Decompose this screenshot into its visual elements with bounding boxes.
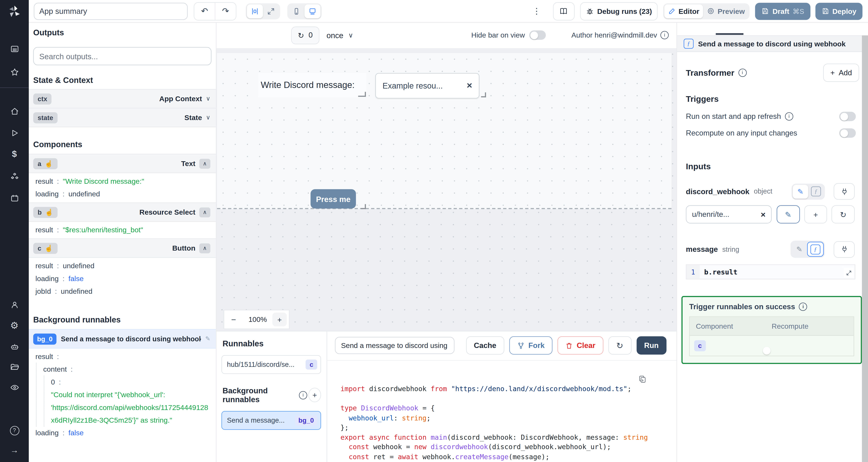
run-on-start-toggle[interactable]: [839, 112, 856, 121]
bg0-row[interactable]: bg_0 Send a message to discord using web…: [29, 329, 216, 349]
chevron-down-icon[interactable]: ∨: [206, 114, 210, 121]
undo-button[interactable]: ↶: [194, 2, 215, 20]
info-icon[interactable]: i: [299, 391, 307, 399]
deploy-button[interactable]: Deploy: [815, 2, 862, 20]
fork-button[interactable]: Fork: [509, 336, 552, 355]
info-icon[interactable]: i: [799, 303, 807, 311]
text-component[interactable]: Write Discord message:: [258, 73, 367, 97]
favorites-star-icon[interactable]: [0, 67, 29, 77]
runnable-item[interactable]: hub/1511/discord/se... c: [221, 355, 321, 374]
refresh-count-button[interactable]: ↻ 0: [291, 26, 319, 44]
fullscreen-layout-button[interactable]: [263, 4, 279, 18]
home-icon[interactable]: [0, 107, 29, 116]
runnables-title: Runnables: [223, 339, 320, 348]
prop-value: false: [68, 273, 84, 284]
message-expression-input[interactable]: 1 b.result: [686, 264, 855, 279]
code-editor[interactable]: import discordwebhook from "https://deno…: [327, 360, 676, 462]
add-resource-button[interactable]: +: [804, 205, 827, 224]
workers-robot-icon[interactable]: [0, 342, 29, 352]
resize-handle[interactable]: [481, 92, 486, 97]
desktop-view-button[interactable]: [304, 4, 320, 18]
info-icon[interactable]: i: [660, 31, 669, 39]
right-panel-scrollbar[interactable]: [862, 35, 868, 462]
trigger-runnables-success-box: Trigger runnables on success i Component…: [682, 296, 862, 364]
background-runnables-header: Background runnables i +: [223, 386, 321, 404]
app-summary-input[interactable]: [34, 2, 188, 20]
ctx-label: App Context: [159, 95, 202, 103]
eval-mode-function-button[interactable]: ƒ: [807, 242, 824, 257]
add-transformer-button[interactable]: + Add: [823, 64, 859, 82]
input-message-type: string: [722, 245, 739, 253]
static-mode-pencil-button[interactable]: ✎: [793, 185, 808, 198]
frequency-select[interactable]: once ∨: [327, 31, 353, 39]
cache-button[interactable]: Cache: [466, 336, 504, 355]
connect-plug-button[interactable]: [834, 241, 855, 258]
connect-plug-button[interactable]: [834, 183, 855, 200]
resources-cubes-icon[interactable]: [0, 172, 29, 182]
component-row-b[interactable]: b☝ Resource Select ∧: [29, 202, 216, 222]
hide-bar-toggle[interactable]: [529, 31, 546, 40]
clear-x-icon[interactable]: ×: [467, 80, 479, 91]
bg0-props: result: content: 0: "Could not interpret…: [29, 349, 216, 442]
zoom-control: − 100% +: [224, 310, 289, 329]
app-page-area[interactable]: Write Discord message: Example resou... …: [217, 53, 672, 209]
refresh-resource-button[interactable]: ↻: [832, 205, 855, 224]
audit-eye-icon[interactable]: [0, 383, 29, 392]
draft-button[interactable]: Draft ⌘S: [755, 2, 810, 20]
windmill-logo-icon[interactable]: [7, 4, 22, 19]
ctx-row[interactable]: ctx App Context ∨: [29, 89, 216, 108]
resize-handle[interactable]: [361, 204, 366, 209]
apps-grid-icon[interactable]: [0, 44, 29, 54]
bounded-layout-button[interactable]: [247, 4, 263, 18]
press-me-button-component[interactable]: Press me: [311, 189, 356, 208]
search-placeholder: Search outputs...: [39, 52, 98, 61]
static-mode-pencil-button[interactable]: ✎: [792, 242, 807, 256]
inputs-title: Inputs: [686, 161, 859, 171]
selected-background-runnable[interactable]: Send a message... bg_0: [221, 411, 321, 430]
chevron-up-icon[interactable]: ∧: [199, 158, 210, 168]
pencil-icon[interactable]: ✎: [205, 335, 210, 342]
copy-code-icon[interactable]: [638, 375, 647, 383]
chevron-up-icon[interactable]: ∧: [199, 243, 210, 253]
resource-select-component[interactable]: Example resou... ×: [375, 73, 479, 99]
chevron-up-icon[interactable]: ∧: [199, 207, 210, 217]
info-icon[interactable]: i: [738, 69, 746, 77]
canvas-body[interactable]: Write Discord message: Example resou... …: [216, 48, 676, 331]
resource-picker[interactable]: u/henri/te... ×: [686, 205, 772, 224]
debug-runs-button[interactable]: Debug runs (23): [580, 2, 658, 20]
tab-editor[interactable]: Editor: [664, 4, 703, 18]
info-icon[interactable]: i: [785, 112, 793, 121]
recompute-any-input-toggle[interactable]: [839, 128, 856, 138]
reload-script-button[interactable]: ↻: [608, 336, 631, 355]
expand-editor-icon[interactable]: [844, 268, 854, 278]
clear-button[interactable]: Clear: [557, 336, 603, 355]
expand-rail-arrow-icon[interactable]: →: [0, 446, 29, 455]
edit-resource-button[interactable]: ✎: [777, 205, 800, 224]
transformer-title: Transformer: [686, 68, 734, 77]
zoom-in-button[interactable]: +: [273, 312, 287, 327]
variables-dollar-icon[interactable]: $: [0, 150, 29, 159]
folders-icon[interactable]: [0, 362, 29, 372]
tab-preview[interactable]: Preview: [703, 4, 749, 18]
chevron-down-icon[interactable]: ∨: [206, 95, 210, 102]
component-row-a[interactable]: a☝ Text ∧: [29, 154, 216, 173]
user-icon[interactable]: [0, 300, 29, 310]
run-button[interactable]: Run: [636, 336, 666, 355]
state-row[interactable]: state State ∨: [29, 108, 216, 127]
clear-x-icon[interactable]: ×: [761, 209, 766, 219]
runs-play-icon[interactable]: [0, 128, 29, 138]
add-background-runnable-button[interactable]: +: [308, 388, 321, 402]
zoom-out-button[interactable]: −: [224, 315, 243, 324]
more-menu-icon[interactable]: ⋮: [532, 6, 541, 16]
help-question-icon[interactable]: ?: [0, 426, 29, 435]
resize-handle[interactable]: [358, 92, 366, 97]
settings-gear-icon[interactable]: ⚙: [0, 322, 29, 330]
docs-book-button[interactable]: [553, 2, 575, 20]
mobile-view-button[interactable]: [288, 4, 304, 18]
component-row-c[interactable]: c☝ Button ∧: [29, 238, 216, 258]
eval-mode-function-button[interactable]: ƒ: [808, 185, 824, 198]
search-outputs-input[interactable]: Search outputs...: [33, 47, 211, 65]
redo-button[interactable]: ↷: [215, 2, 236, 20]
script-name-input[interactable]: Send a message to discord using: [335, 337, 455, 354]
schedules-calendar-icon[interactable]: [0, 194, 29, 203]
